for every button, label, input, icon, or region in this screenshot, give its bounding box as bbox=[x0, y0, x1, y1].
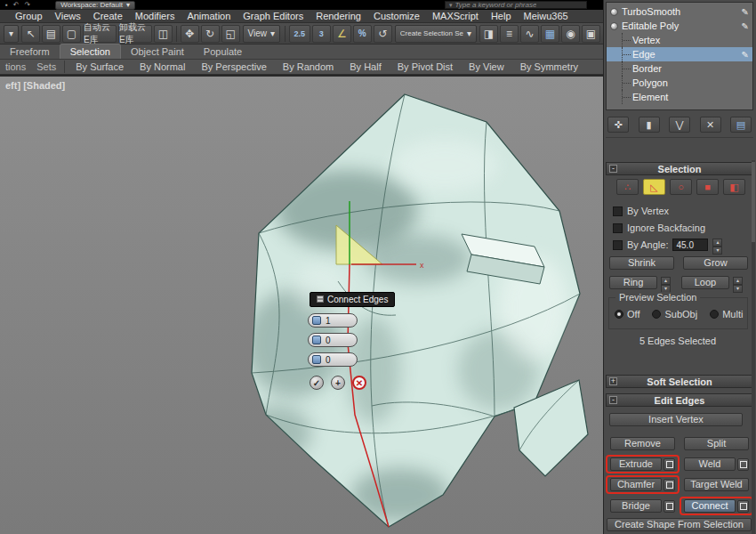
caddy-cancel-button[interactable]: ✕ bbox=[352, 376, 366, 390]
redo-icon[interactable]: ↷ bbox=[25, 1, 31, 9]
by-symmetry-button[interactable]: By Symmetry bbox=[512, 60, 586, 74]
select-and-scale-button[interactable]: ◱ bbox=[221, 25, 240, 43]
preview-off-radio[interactable]: Off bbox=[615, 309, 639, 320]
bridge-button[interactable]: Bridge bbox=[610, 499, 662, 513]
by-angle-checkbox[interactable] bbox=[613, 240, 623, 250]
by-random-button[interactable]: By Random bbox=[275, 60, 342, 74]
workspace-dropdown[interactable]: Workspace: Default ▾ bbox=[55, 1, 135, 10]
select-and-move-button[interactable]: ✥ bbox=[181, 25, 199, 43]
menu-help[interactable]: Help bbox=[485, 10, 518, 23]
border-subobject-button[interactable]: ○ bbox=[670, 179, 692, 195]
select-by-name-button[interactable]: ▤ bbox=[42, 25, 60, 43]
named-selection-set-dropdown[interactable]: Create Selection Se ▾ bbox=[395, 25, 477, 43]
auto-cloud-library-button[interactable]: 自动云E库 bbox=[83, 25, 117, 43]
snap-toggle-3-button[interactable]: 3 bbox=[312, 25, 331, 43]
material-editor-button[interactable]: ◉ bbox=[561, 25, 580, 43]
menu-views[interactable]: Views bbox=[49, 10, 87, 23]
snap-toggle-25-button[interactable]: 2.5 bbox=[289, 25, 310, 43]
tab-object-paint[interactable]: Object Paint bbox=[121, 44, 194, 59]
angle-snap-button[interactable]: ∠ bbox=[333, 25, 351, 43]
insert-vertex-button[interactable]: Insert Vertex bbox=[609, 413, 743, 426]
bridge-settings-button[interactable] bbox=[664, 500, 675, 513]
extrude-button[interactable]: Extrude bbox=[610, 457, 662, 471]
edit-edges-rollout-header[interactable]: - Edit Edges bbox=[606, 393, 753, 407]
weld-settings-button[interactable] bbox=[737, 458, 749, 471]
reference-coordinate-dropdown[interactable]: View ▾ bbox=[243, 25, 281, 43]
caddy-ok-button[interactable]: ✓ bbox=[310, 376, 324, 390]
ring-spinner[interactable]: ▴ ▾ bbox=[661, 277, 671, 289]
menu-maxscript[interactable]: MAXScript bbox=[426, 10, 485, 23]
remove-modifier-button[interactable]: ✕ bbox=[700, 117, 721, 133]
by-view-button[interactable]: By View bbox=[461, 60, 512, 74]
create-shape-from-selection-button[interactable]: Create Shape From Selection bbox=[607, 518, 752, 531]
by-angle-field[interactable]: 45.0 bbox=[672, 239, 708, 251]
connect-settings-button[interactable] bbox=[737, 500, 749, 513]
curve-editor-button[interactable]: ∿ bbox=[520, 25, 539, 43]
selection-rollout-header[interactable]: - Selection bbox=[606, 162, 753, 175]
tab-populate[interactable]: Populate bbox=[194, 44, 252, 59]
ring-button[interactable]: Ring bbox=[609, 276, 657, 289]
mirror-button[interactable]: ◨ bbox=[479, 25, 498, 43]
preview-subobj-radio[interactable]: SubObj bbox=[652, 309, 697, 320]
configure-modifier-sets-button[interactable]: ▤ bbox=[730, 117, 752, 133]
chamfer-button[interactable]: Chamfer bbox=[610, 478, 662, 491]
split-button[interactable]: Split bbox=[684, 437, 749, 450]
connect-button[interactable]: Connect bbox=[684, 499, 736, 513]
stack-item-border[interactable]: Border bbox=[607, 61, 752, 76]
chamfer-settings-button[interactable] bbox=[664, 479, 675, 491]
rectangular-region-button[interactable]: ▢ bbox=[62, 25, 81, 43]
show-end-result-button[interactable]: ▮ bbox=[639, 117, 660, 133]
menu-customize[interactable]: Customize bbox=[367, 10, 426, 23]
menu-animation[interactable]: Animation bbox=[181, 10, 237, 23]
menu-meiwu365[interactable]: Meiwu365 bbox=[518, 10, 575, 23]
loop-button[interactable]: Loop bbox=[681, 276, 729, 289]
weld-button[interactable]: Weld bbox=[684, 457, 736, 471]
tab-selection[interactable]: Selection bbox=[60, 44, 121, 59]
by-vertex-checkbox[interactable] bbox=[613, 206, 623, 216]
pin-stack-button[interactable]: ✜ bbox=[607, 117, 629, 133]
stack-item-element[interactable]: Element bbox=[607, 90, 752, 104]
window-crossing-toggle[interactable]: ◫ bbox=[154, 25, 173, 43]
menu-modifiers[interactable]: Modifiers bbox=[129, 10, 181, 23]
stack-item-edge[interactable]: Edge ✎ bbox=[607, 47, 752, 61]
percent-snap-button[interactable]: % bbox=[353, 25, 372, 43]
menu-graph-editors[interactable]: Graph Editors bbox=[237, 10, 310, 23]
loop-spinner[interactable]: ▴ ▾ bbox=[733, 277, 743, 289]
shrink-button[interactable]: Shrink bbox=[609, 256, 674, 270]
grow-button[interactable]: Grow bbox=[683, 256, 748, 270]
make-unique-button[interactable]: ⋁ bbox=[669, 117, 690, 133]
select-and-rotate-button[interactable]: ↻ bbox=[201, 25, 220, 43]
stack-item-polygon[interactable]: Polygon bbox=[607, 76, 752, 90]
menu-create[interactable]: Create bbox=[87, 10, 129, 23]
slide-field[interactable]: 0 bbox=[308, 352, 358, 367]
panel-scrollbar-thumb[interactable] bbox=[752, 162, 755, 242]
by-surface-button[interactable]: By Surface bbox=[68, 60, 132, 74]
save-icon[interactable]: ▪ bbox=[5, 1, 8, 9]
segments-field[interactable]: 1 bbox=[308, 313, 358, 328]
render-setup-button[interactable]: ▣ bbox=[582, 25, 600, 43]
menu-rendering[interactable]: Rendering bbox=[310, 10, 367, 23]
select-object-button[interactable]: ↖ bbox=[21, 25, 40, 43]
soft-selection-rollout-header[interactable]: + Soft Selection bbox=[606, 375, 753, 388]
ignore-backfacing-checkbox[interactable] bbox=[613, 223, 623, 233]
schematic-view-button[interactable]: ▦ bbox=[541, 25, 559, 43]
tab-freeform[interactable]: Freeform bbox=[0, 44, 60, 59]
stack-item-vertex[interactable]: Vertex bbox=[607, 33, 752, 47]
spinner-snap-button[interactable]: ↺ bbox=[374, 25, 392, 43]
undo-icon[interactable]: ↶ bbox=[13, 1, 20, 9]
infocenter-search[interactable]: ▾ Type a keyword or phrase bbox=[445, 1, 587, 9]
preview-multi-radio[interactable]: Multi bbox=[710, 309, 743, 320]
pinch-field[interactable]: 0 bbox=[308, 333, 358, 347]
caddy-apply-button[interactable]: + bbox=[331, 376, 345, 390]
by-half-button[interactable]: By Half bbox=[342, 60, 389, 74]
remove-button[interactable]: Remove bbox=[610, 437, 675, 450]
by-normal-button[interactable]: By Normal bbox=[132, 60, 193, 74]
element-subobject-button[interactable]: ◧ bbox=[723, 179, 745, 195]
target-weld-button[interactable]: Target Weld bbox=[684, 478, 749, 491]
unload-cloud-library-button[interactable]: 卸载云E库 bbox=[118, 25, 152, 43]
extrude-settings-button[interactable] bbox=[664, 458, 675, 471]
by-pivot-dist-button[interactable]: By Pivot Dist bbox=[390, 60, 461, 74]
ribbon-sets-label[interactable]: Sets bbox=[31, 61, 61, 72]
by-angle-spinner[interactable]: ▴ ▾ bbox=[712, 239, 722, 251]
edge-subobject-button[interactable]: ◺ bbox=[643, 179, 665, 195]
